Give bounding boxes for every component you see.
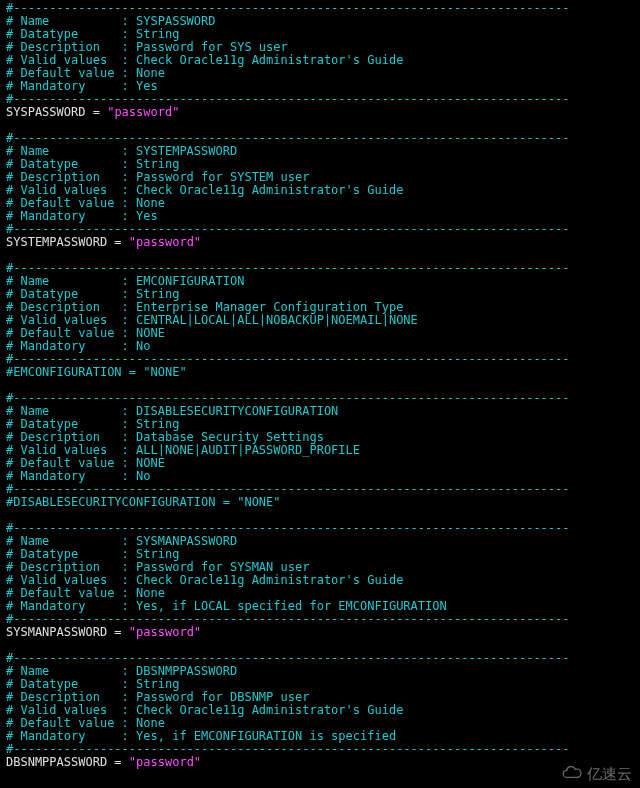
commented-assignment: #EMCONFIGURATION = "NONE": [6, 365, 187, 379]
config-value: "password": [107, 105, 179, 119]
config-variable: DBSNMPPASSWORD =: [6, 755, 129, 769]
commented-assignment: #DISABLESECURITYCONFIGURATION = "NONE": [6, 495, 281, 509]
config-variable: SYSTEMPASSWORD =: [6, 235, 129, 249]
config-variable: SYSMANPASSWORD =: [6, 625, 129, 639]
config-value: "password": [129, 625, 201, 639]
config-value: "password": [129, 755, 201, 769]
config-file-content: #---------------------------------------…: [0, 0, 640, 771]
config-variable: SYSPASSWORD =: [6, 105, 107, 119]
config-value: "password": [129, 235, 201, 249]
